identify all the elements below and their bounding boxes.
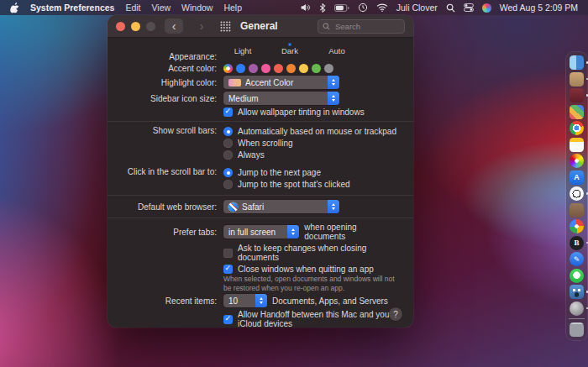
apple-menu-icon[interactable]	[10, 3, 19, 13]
dock-tan-box-app[interactable]	[570, 72, 584, 87]
dock-pinwheel-app[interactable]	[570, 219, 584, 233]
spotlight-search-icon[interactable]	[446, 3, 455, 13]
menu-help[interactable]: Help	[223, 3, 242, 13]
handoff-row: Allow Handoff between this Mac and your …	[123, 310, 398, 328]
help-button[interactable]: ?	[389, 307, 402, 321]
prefer-tabs-row: Prefer tabs: in full screen when opening…	[123, 223, 398, 241]
close-windows-checkbox[interactable]	[223, 265, 233, 274]
scrollbars-when-scrolling-radio[interactable]	[223, 139, 233, 148]
show-scroll-bars-label: Show scroll bars:	[123, 126, 223, 135]
recent-items-row: Recent items: 10 Documents, Apps, and Se…	[123, 294, 398, 307]
wallpaper-tinting-checkbox[interactable]	[223, 107, 233, 117]
jump-to-spot-radio[interactable]	[223, 180, 233, 189]
sidebar-icon-size-select[interactable]: Medium	[223, 92, 339, 105]
bluetooth-icon[interactable]	[319, 3, 326, 13]
section-divider	[108, 218, 413, 218]
dock-dark-red-app[interactable]	[570, 88, 584, 102]
appearance-option-auto[interactable]: Auto	[318, 45, 356, 55]
dock-notes[interactable]	[570, 138, 584, 152]
ask-keep-changes-label: Ask to keep changes when closing documen…	[238, 244, 398, 262]
prefer-tabs-label: Prefer tabs:	[123, 228, 223, 237]
close-button[interactable]	[116, 22, 125, 31]
siri-icon[interactable]	[482, 3, 491, 13]
desktop: System Preferences Edit View Window Help…	[0, 0, 588, 367]
click-scroll-bar-row: Click in the scroll bar to: Jump to the …	[123, 167, 398, 191]
menu-bar: System Preferences Edit View Window Help…	[0, 0, 588, 15]
time-machine-icon[interactable]	[358, 3, 368, 13]
default-browser-select[interactable]: Safari	[223, 200, 339, 213]
dock-trash[interactable]	[570, 322, 584, 337]
show-scroll-bars-row: Show scroll bars: Automatically based on…	[123, 126, 398, 161]
menu-app-name[interactable]: System Preferences	[30, 3, 114, 13]
dock-chrome[interactable]	[570, 121, 584, 135]
app-store-icon: A	[570, 170, 584, 185]
control-center-icon[interactable]	[464, 3, 474, 12]
blue-pen-app-icon: ✎	[570, 252, 584, 266]
sidebar-icon-size-label: Sidebar icon size:	[123, 94, 223, 103]
accent-swatch-green[interactable]	[312, 64, 321, 73]
menu-window[interactable]: Window	[181, 3, 213, 13]
appearance-option-dark[interactable]: Dark	[270, 45, 309, 55]
jump-next-page-radio[interactable]	[223, 168, 233, 177]
close-windows-label: Close windows when quitting an app	[238, 265, 374, 274]
dock-blue-character-app[interactable]	[570, 285, 584, 299]
appearance-option-light[interactable]: Light	[223, 45, 262, 55]
dock-messages[interactable]	[570, 269, 584, 283]
messages-icon	[570, 269, 584, 283]
dock-finder[interactable]	[570, 55, 584, 70]
dock-photos[interactable]	[570, 154, 584, 168]
blue-character-app-icon	[570, 285, 584, 299]
stepper-icon	[255, 294, 267, 307]
dock-launchpad[interactable]	[570, 105, 584, 119]
handoff-label: Allow Handoff between this Mac and your …	[238, 310, 398, 328]
dock: A B ✎	[566, 52, 587, 340]
highlight-color-select[interactable]: Accent Color	[223, 76, 339, 89]
prefer-tabs-select[interactable]: in full screen	[223, 225, 299, 239]
dock-bear-app[interactable]: B	[570, 236, 584, 250]
back-button[interactable]	[165, 18, 183, 34]
launchpad-icon	[570, 105, 584, 119]
menu-edit[interactable]: Edit	[125, 3, 140, 13]
prefer-tabs-suffix: when opening documents	[304, 223, 398, 241]
highlight-swatch	[228, 79, 241, 87]
accent-swatch-multicolor[interactable]	[223, 64, 233, 73]
accent-swatch-pink[interactable]	[261, 64, 270, 73]
dock-blue-pen-app[interactable]: ✎	[570, 252, 584, 266]
accent-swatch-orange[interactable]	[286, 64, 296, 73]
system-preferences-window: General Appearance: Light Dark	[108, 15, 413, 328]
dock-app-store[interactable]: A	[570, 170, 584, 185]
wifi-icon[interactable]	[376, 3, 388, 12]
safari-icon	[228, 202, 238, 212]
menu-clock[interactable]: Wed Aug 5 2:09 PM	[500, 3, 578, 13]
accent-swatch-yellow[interactable]	[299, 64, 308, 73]
dock-white-circle-app[interactable]	[570, 186, 584, 201]
battery-icon[interactable]	[334, 4, 349, 12]
pinwheel-app-icon	[570, 219, 584, 233]
scrollbars-always-radio[interactable]	[223, 150, 233, 160]
close-windows-row: Close windows when quitting an app	[123, 265, 398, 274]
show-all-grid-icon[interactable]	[220, 21, 231, 32]
ask-keep-changes-checkbox[interactable]	[223, 249, 233, 258]
search-icon	[323, 23, 330, 30]
accent-swatch-blue[interactable]	[236, 64, 245, 73]
zoom-button[interactable]	[146, 22, 155, 31]
minimize-button[interactable]	[131, 22, 140, 31]
recent-items-select[interactable]: 10	[223, 294, 267, 307]
window-titlebar: General	[108, 15, 413, 38]
stepper-icon	[287, 225, 299, 239]
accent-swatch-red[interactable]	[274, 64, 283, 73]
accent-swatch-graphite[interactable]	[324, 64, 333, 73]
close-windows-description: When selected, open documents and window…	[223, 275, 400, 292]
volume-icon[interactable]	[301, 3, 311, 12]
dock-glove-app[interactable]	[570, 203, 584, 218]
dark-red-app-icon	[570, 88, 584, 102]
forward-button[interactable]	[192, 18, 211, 34]
scrollbars-auto-radio[interactable]	[223, 127, 233, 136]
accent-swatch-purple[interactable]	[249, 64, 258, 73]
handoff-checkbox[interactable]	[223, 315, 233, 324]
search-input[interactable]	[333, 21, 400, 32]
search-field[interactable]	[318, 19, 405, 34]
dock-gray-sphere-app[interactable]	[570, 301, 584, 316]
menu-view[interactable]: View	[152, 3, 171, 13]
menu-user-name[interactable]: Juli Clover	[396, 3, 438, 13]
